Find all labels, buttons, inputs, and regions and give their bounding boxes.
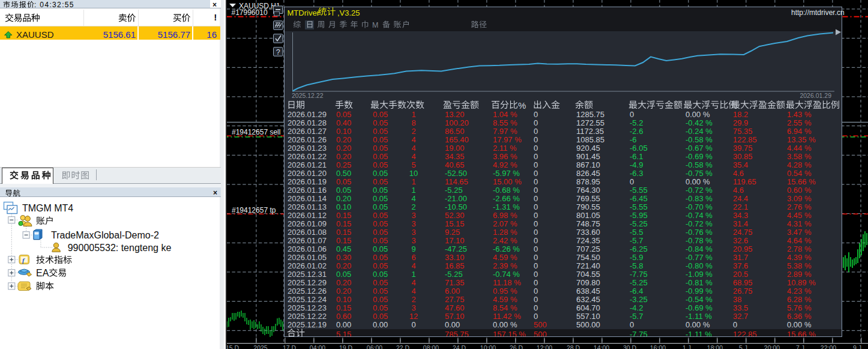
svg-text:%: % xyxy=(518,100,526,111)
